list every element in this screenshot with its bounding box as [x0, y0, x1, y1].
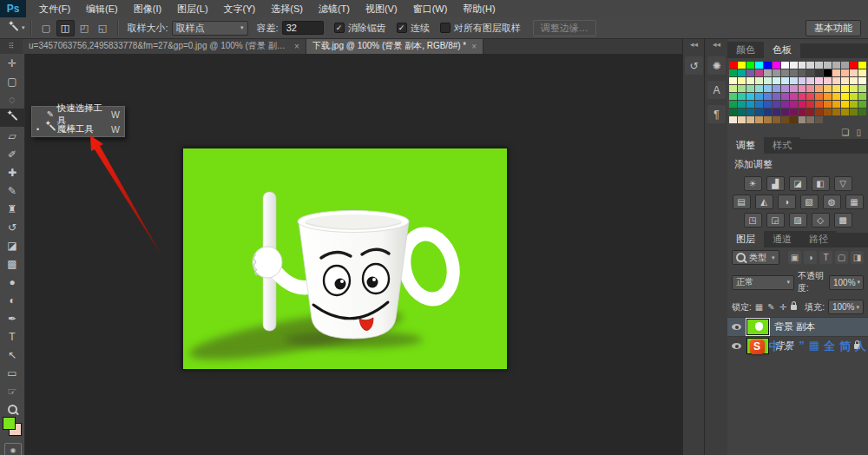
type-tool[interactable]: T: [0, 327, 24, 346]
color-swatch[interactable]: [764, 77, 772, 84]
color-swatch[interactable]: [764, 62, 772, 69]
menu-item[interactable]: 视图(V): [358, 0, 405, 17]
flyout-item-magic-wand[interactable]: •魔棒工具W: [32, 122, 124, 136]
pen-tool[interactable]: ✒: [0, 309, 24, 327]
menu-item[interactable]: 文件(F): [31, 0, 78, 17]
menu-item[interactable]: 选择(S): [263, 0, 311, 17]
lasso-tool[interactable]: ◌: [0, 90, 24, 109]
layer-filter-icon[interactable]: ◨: [851, 251, 864, 264]
path-select-tool[interactable]: ↖: [0, 346, 24, 364]
color-swatch[interactable]: [806, 109, 814, 115]
trash-icon[interactable]: ▯: [856, 128, 861, 137]
adjustment-icon[interactable]: ▽: [834, 176, 852, 191]
color-swatch[interactable]: [729, 77, 737, 84]
quick-mask-button[interactable]: ◉: [4, 443, 22, 455]
option-checkbox[interactable]: 对所有图层取样: [440, 22, 521, 35]
lock-option-icon[interactable]: ✎: [767, 302, 774, 312]
color-swatch[interactable]: [858, 77, 866, 84]
color-swatch[interactable]: [729, 109, 737, 115]
eyedropper-tool[interactable]: ✐: [0, 145, 24, 163]
color-swatch[interactable]: [764, 109, 772, 115]
color-swatch[interactable]: [815, 77, 823, 84]
color-swatch[interactable]: [858, 109, 866, 115]
color-swatch[interactable]: [773, 85, 780, 92]
color-swatch[interactable]: [824, 77, 832, 84]
ime-button[interactable]: 全: [824, 339, 835, 354]
color-swatch[interactable]: [773, 69, 780, 76]
color-swatch[interactable]: [764, 85, 772, 92]
color-swatch[interactable]: [850, 109, 858, 115]
color-swatch[interactable]: [729, 69, 737, 76]
shape-tool[interactable]: ▭: [0, 364, 24, 382]
marquee-tool[interactable]: ▢: [0, 72, 24, 90]
adjustment-icon[interactable]: ▟: [766, 176, 785, 191]
ime-button[interactable]: ▦: [809, 339, 819, 354]
color-swatch[interactable]: [850, 77, 858, 84]
color-swatch[interactable]: [815, 62, 823, 69]
color-swatch[interactable]: [781, 69, 789, 76]
color-swatch[interactable]: [832, 109, 840, 115]
document-tab[interactable]: 下载.jpg @ 100% (背景 副本, RGB/8#) *×: [306, 38, 483, 54]
color-swatch[interactable]: [806, 101, 814, 108]
color-swatch[interactable]: [781, 93, 789, 100]
adjustment-icon[interactable]: ◑: [778, 195, 796, 209]
color-swatch[interactable]: [850, 101, 858, 108]
color-swatch[interactable]: [815, 116, 823, 123]
color-swatch[interactable]: [790, 116, 798, 123]
lock-all-icon[interactable]: [791, 305, 797, 310]
color-swatch[interactable]: [850, 85, 858, 92]
layer-filter-icon[interactable]: ▢: [835, 251, 848, 264]
brush-tool[interactable]: ✎: [0, 181, 24, 200]
crop-tool[interactable]: ▱: [0, 127, 24, 145]
color-swatch[interactable]: [841, 101, 849, 108]
color-swatch[interactable]: [746, 69, 754, 76]
menu-item[interactable]: 滤镜(T): [311, 0, 358, 17]
color-swatch[interactable]: [764, 69, 772, 76]
color-swatch[interactable]: [824, 93, 832, 100]
color-swatch[interactable]: [764, 101, 772, 108]
color-swatch[interactable]: [764, 93, 772, 100]
color-swatch[interactable]: [746, 116, 754, 123]
lock-option-icon[interactable]: ▦: [755, 302, 763, 312]
add-to-selection-button[interactable]: ◫: [56, 20, 75, 36]
adjustment-icon[interactable]: ▨: [789, 213, 807, 228]
color-swatch[interactable]: [858, 69, 866, 76]
color-swatch[interactable]: [738, 62, 746, 69]
color-swatch[interactable]: [729, 93, 737, 100]
color-swatch[interactable]: [850, 93, 858, 100]
color-swatch[interactable]: [746, 77, 754, 84]
dodge-tool[interactable]: ◐: [0, 291, 24, 309]
color-swatch[interactable]: [832, 93, 840, 100]
visibility-eye-icon[interactable]: [732, 343, 741, 349]
refine-edge-button[interactable]: 调整边缘…: [533, 20, 596, 36]
color-swatch[interactable]: [832, 77, 840, 84]
menu-item[interactable]: 文字(Y): [216, 0, 264, 17]
color-swatch[interactable]: [832, 101, 840, 108]
color-swatch[interactable]: [746, 93, 754, 100]
color-swatch[interactable]: [755, 109, 763, 115]
color-swatch[interactable]: [806, 69, 814, 76]
adjustment-icon[interactable]: ◭: [755, 195, 773, 209]
color-swatch[interactable]: [806, 62, 814, 69]
menu-item[interactable]: 图像(I): [126, 0, 169, 17]
tab-scroll-icon[interactable]: ⠿: [0, 38, 23, 54]
color-swatch[interactable]: [799, 116, 806, 123]
color-swatch[interactable]: [773, 109, 780, 115]
lock-option-icon[interactable]: ✛: [779, 302, 786, 312]
tolerance-input[interactable]: 32: [282, 21, 324, 35]
color-swatch[interactable]: [746, 85, 754, 92]
magic-wand-tool[interactable]: [0, 109, 24, 127]
adjustment-icon[interactable]: ▤: [733, 195, 751, 209]
color-swatch[interactable]: [738, 101, 746, 108]
adjustment-icon[interactable]: ◇: [812, 213, 830, 228]
color-swatch[interactable]: [832, 85, 840, 92]
color-swatch[interactable]: [790, 62, 798, 69]
color-swatch[interactable]: [773, 116, 780, 123]
tab-调整[interactable]: 调整: [727, 137, 764, 154]
color-swatch[interactable]: [764, 116, 772, 123]
color-swatch[interactable]: [738, 77, 746, 84]
color-swatch[interactable]: [738, 109, 746, 115]
close-icon[interactable]: ×: [471, 42, 477, 51]
color-swatch[interactable]: [824, 62, 832, 69]
color-swatch[interactable]: [790, 101, 798, 108]
